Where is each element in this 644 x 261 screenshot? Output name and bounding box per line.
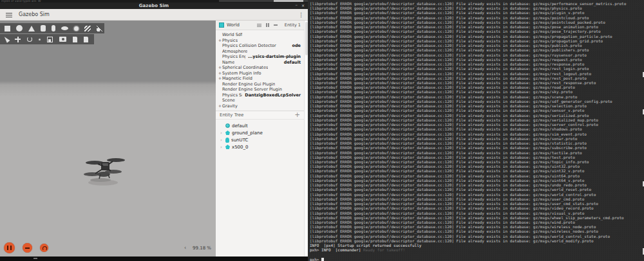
chevron-right-icon[interactable]: › (220, 145, 223, 150)
terminal-line: [libprotobuf ERROR google/protobuf/descr… (310, 118, 644, 122)
align-icon[interactable] (47, 37, 53, 42)
chevron-right-icon[interactable]: › (220, 138, 223, 143)
inspector-row[interactable]: +Gravity (216, 104, 304, 109)
paste-icon[interactable] (84, 37, 88, 42)
rtf-collapse-icon[interactable]: ‹ (184, 245, 186, 251)
select-icon[interactable] (3, 35, 10, 43)
inspector-row[interactable]: Render Engine Server Plugin (216, 87, 304, 93)
inspector-row[interactable]: Namedefault (216, 60, 304, 66)
inspector-row[interactable]: Scene (216, 98, 304, 104)
sphere-icon[interactable] (16, 25, 23, 32)
ellipsoid-icon[interactable] (61, 26, 68, 30)
terminal-line: [libprotobuf ERROR google/protobuf/descr… (310, 127, 644, 131)
terminal-line: [libprotobuf ERROR google/protobuf/descr… (310, 132, 644, 136)
inspector-row-label: Render Engine Gui Plugin (222, 82, 275, 87)
inspector-collapse-icon[interactable] (274, 24, 278, 26)
terminal-line: [libprotobuf ERROR google/protobuf/descr… (310, 215, 644, 220)
rotate-icon[interactable] (27, 37, 32, 42)
terminal-line: [libprotobuf ERROR google/protobuf/descr… (310, 85, 644, 89)
inspector-row[interactable]: Physics Collision Detectorode (216, 43, 304, 49)
entity-tree-item[interactable]: ›ground_plane (216, 129, 304, 136)
spot-light-icon[interactable] (97, 26, 102, 32)
terminal-line: [libprotobuf ERROR google/protobuf/descr… (310, 76, 644, 80)
app-title: Gazebo Sim (19, 9, 50, 21)
inspector-row[interactable]: +Spherical Coordinates (216, 65, 304, 71)
entity-cube-icon (219, 22, 224, 28)
window-main: ‹ 99.18 % World Entity 1 World Sdf+Physi… (0, 21, 308, 256)
copy-icon[interactable] (73, 37, 77, 42)
terminal-line: [libprotobuf ERROR google/protobuf/descr… (310, 66, 644, 71)
inspector-row[interactable]: World Sdf (216, 32, 304, 38)
inspector-row[interactable]: Physics SolverDantzigBoxedLcpSolver (216, 93, 304, 98)
directional-light-icon[interactable] (84, 26, 91, 32)
screenshot-icon[interactable] (59, 37, 66, 42)
scene-3d-viewport[interactable]: ‹ 99.18 % (0, 21, 216, 256)
translate-icon[interactable] (15, 37, 21, 42)
overflow-menu-icon[interactable]: ⋮ (298, 9, 304, 21)
capsule-icon[interactable] (52, 25, 55, 32)
inspector-row[interactable]: +Physics (216, 38, 304, 44)
component-inspector-panel: World Entity 1 World Sdf+PhysicsPhysics … (216, 21, 304, 256)
inspector-row-label: Render Engine Server Plugin (222, 87, 282, 92)
inspector-row-label: Scene (222, 98, 235, 103)
expand-icon[interactable]: + (218, 76, 222, 81)
expand-icon[interactable]: + (218, 71, 222, 76)
inspector-row[interactable]: +System Plugin Info (216, 71, 304, 76)
add-entity-icon[interactable]: + (295, 112, 300, 118)
terminal-line: [libprotobuf ERROR google/protobuf/descr… (310, 113, 644, 118)
terminal-output: [libprotobuf ERROR google/protobuf/descr… (310, 1, 644, 261)
point-light-icon[interactable] (74, 26, 79, 31)
box-icon[interactable] (5, 26, 10, 32)
terminal-line: [libprotobuf ERROR google/protobuf/descr… (310, 150, 644, 155)
terminal-line: [libprotobuf ERROR google/protobuf/descr… (310, 211, 644, 215)
inspector-row[interactable]: Atmosphere (216, 49, 304, 55)
entity-tree-item[interactable]: ›sunUTC (216, 136, 304, 143)
terminal-line: [libprotobuf ERROR google/protobuf/descr… (310, 57, 644, 62)
transform-toolbar (0, 34, 94, 44)
entity-id-label: Entity 1 (285, 22, 301, 28)
terminal-line: [libprotobuf ERROR google/protobuf/descr… (310, 34, 644, 39)
expand-icon[interactable]: + (218, 38, 222, 43)
minimize-icon[interactable]: – (296, 3, 298, 8)
speed-button[interactable] (40, 244, 48, 252)
chevron-right-icon[interactable]: › (220, 130, 223, 136)
entity-tree-item[interactable]: default (216, 122, 304, 129)
terminal-line: [libprotobuf ERROR google/protobuf/descr… (310, 6, 644, 10)
terminal-line: [libprotobuf ERROR google/protobuf/descr… (310, 168, 644, 173)
close-icon[interactable]: ✕ (301, 3, 305, 9)
inspector-row-label: Physics (222, 38, 238, 43)
window-titlebar[interactable]: Gazebo Sim – ✕ (0, 3, 308, 9)
pause-updates-icon[interactable] (266, 23, 269, 27)
entity-tree-item-label: sunUTC (231, 138, 248, 143)
expand-icon[interactable]: + (218, 65, 222, 70)
entity-tree-item-label: default (232, 123, 248, 129)
inspector-row-value: default (281, 60, 301, 65)
cylinder-icon[interactable] (41, 25, 46, 32)
inspector-menu-icon[interactable] (257, 24, 261, 27)
inspector-row-label: Physics Engine Plugin (222, 54, 245, 59)
inspector-row[interactable]: Render Engine Gui Plugin (216, 82, 304, 87)
cone-icon[interactable] (28, 26, 35, 32)
inspector-row[interactable]: Physics Engine Plugin...ysics-dartsim-pl… (216, 54, 304, 60)
entity-tree-item[interactable]: ›x500_0 (216, 143, 304, 150)
terminal-line: [libprotobuf ERROR google/protobuf/descr… (310, 24, 644, 29)
terminal-line: [libprotobuf ERROR google/protobuf/descr… (310, 108, 644, 113)
step-button[interactable] (23, 243, 32, 253)
app-menubar: Gazebo Sim ⋮ (0, 9, 308, 21)
terminal-line: [libprotobuf ERROR google/protobuf/descr… (310, 136, 644, 141)
hamburger-menu-icon[interactable] (6, 13, 12, 17)
inspector-row[interactable]: +Magnetic Field (216, 76, 304, 82)
terminal[interactable]: [libprotobuf ERROR google/protobuf/descr… (308, 0, 644, 261)
expand-icon[interactable]: + (218, 104, 222, 109)
terminal-prompt-line[interactable]: pxh> (310, 257, 644, 261)
play-pause-button[interactable] (4, 242, 15, 253)
terminal-line: pxh> INFO [commander] Ready for takeoff! (310, 248, 644, 252)
entity-tree-item-label: ground_plane (232, 130, 263, 136)
terminal-line: [libprotobuf ERROR google/protobuf/descr… (310, 220, 644, 224)
inspector-row-label: Gravity (222, 104, 238, 109)
terminal-line: [libprotobuf ERROR google/protobuf/descr… (310, 15, 644, 20)
scale-icon[interactable] (39, 39, 41, 40)
background-bottom-mark (33, 258, 37, 259)
drone-model[interactable] (84, 153, 126, 188)
entity-tree-title: Entity Tree (220, 113, 243, 118)
